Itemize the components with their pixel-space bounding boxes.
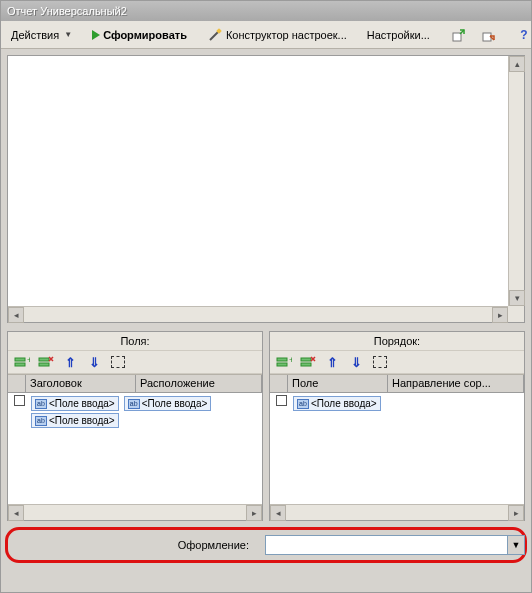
scroll-down-icon[interactable]: ▾ (509, 290, 525, 306)
arrow-down-icon: ⇓ (351, 355, 362, 370)
settings-label: Настройки... (367, 29, 430, 41)
arrow-up-icon: ⇑ (327, 355, 338, 370)
horizontal-scrollbar[interactable]: ◂ ▸ (8, 306, 508, 322)
title-column[interactable]: Заголовок (26, 375, 136, 392)
delete-button[interactable] (298, 352, 318, 372)
checkbox[interactable] (14, 395, 25, 406)
report-window: Отчет Универсальный2 Действия ▼ Сформиро… (0, 0, 532, 593)
constructor-label: Конструктор настроек... (226, 29, 347, 41)
order-toolbar: + ⇑ ⇓ (270, 350, 524, 374)
scroll-left-icon[interactable]: ◂ (270, 505, 286, 521)
field-token[interactable]: ab<Поле ввода> (31, 396, 119, 411)
field-icon: ab (297, 399, 309, 409)
wand-icon (207, 27, 223, 43)
move-down-button[interactable]: ⇓ (346, 352, 366, 372)
order-hscroll[interactable]: ◂ ▸ (270, 504, 524, 520)
arrow-down-icon: ⇓ (89, 355, 100, 370)
field-token[interactable]: ab<Поле ввода> (293, 396, 381, 411)
scroll-left-icon[interactable]: ◂ (8, 307, 24, 323)
svg-text:+: + (289, 355, 292, 365)
table-row[interactable]: ab<Поле ввода> (270, 393, 524, 414)
chevron-down-icon: ▼ (512, 540, 521, 550)
svg-text:+: + (27, 355, 30, 365)
select-button[interactable] (108, 352, 128, 372)
svg-rect-3 (483, 33, 491, 41)
field-column[interactable]: Поле (288, 375, 388, 392)
generate-button[interactable]: Сформировать (86, 24, 193, 46)
svg-rect-7 (39, 358, 49, 361)
move-down-button[interactable]: ⇓ (84, 352, 104, 372)
row-checkbox-cell[interactable] (272, 395, 290, 406)
scroll-right-icon[interactable]: ▸ (246, 505, 262, 521)
order-panel-title: Порядок: (270, 332, 524, 350)
window-title: Отчет Универсальный2 (7, 5, 127, 17)
actions-label: Действия (11, 29, 59, 41)
add-button[interactable]: + (274, 352, 294, 372)
svg-rect-10 (277, 363, 287, 366)
arrow-up-icon: ⇑ (65, 355, 76, 370)
check-column[interactable] (270, 375, 288, 392)
preview-area: ▴ ▾ ◂ ▸ (7, 55, 525, 323)
select-button[interactable] (370, 352, 390, 372)
order-panel: Порядок: + ⇑ ⇓ Поле Напра (269, 331, 525, 521)
field-token[interactable]: ab<Поле ввода> (31, 413, 119, 428)
order-grid[interactable]: Поле Направление сор... ab<Поле ввода> (270, 374, 524, 504)
table-row[interactable]: ab<Поле ввода> ab<Поле ввода> ab<Поле вв… (8, 393, 262, 431)
svg-rect-12 (301, 358, 311, 361)
selection-icon (111, 356, 125, 368)
chevron-down-icon: ▼ (64, 30, 72, 39)
fields-panel: Поля: + ⇑ ⇓ Заголовок Рас (7, 331, 263, 521)
row-checkbox-cell[interactable] (10, 395, 28, 406)
svg-rect-2 (453, 33, 461, 41)
settings-button[interactable]: Настройки... (361, 24, 436, 46)
delete-button[interactable] (36, 352, 56, 372)
move-up-button[interactable]: ⇑ (60, 352, 80, 372)
direction-column[interactable]: Направление сор... (388, 375, 524, 392)
play-icon (92, 30, 100, 40)
order-grid-header: Поле Направление сор... (270, 375, 524, 393)
load-icon (450, 27, 466, 43)
svg-line-0 (210, 32, 218, 40)
fields-toolbar: + ⇑ ⇓ (8, 350, 262, 374)
scroll-left-icon[interactable]: ◂ (8, 505, 24, 521)
help-icon: ? (516, 27, 532, 43)
fields-grid-header: Заголовок Расположение (8, 375, 262, 393)
field-icon: ab (128, 399, 140, 409)
title-bar: Отчет Универсальный2 (1, 1, 531, 21)
fields-grid[interactable]: Заголовок Расположение ab<Поле ввода> ab… (8, 374, 262, 504)
delete-row-icon (38, 355, 54, 369)
svg-rect-4 (15, 358, 25, 361)
save-icon (480, 27, 496, 43)
appearance-row: Оформление: ▼ (7, 531, 525, 559)
delete-row-icon (300, 355, 316, 369)
field-token[interactable]: ab<Поле ввода> (124, 396, 212, 411)
svg-rect-13 (301, 363, 311, 366)
scroll-corner (508, 306, 524, 322)
actions-menu[interactable]: Действия ▼ (5, 24, 78, 46)
add-button[interactable]: + (12, 352, 32, 372)
scroll-up-icon[interactable]: ▴ (509, 56, 525, 72)
check-column[interactable] (8, 375, 26, 392)
move-up-button[interactable]: ⇑ (322, 352, 342, 372)
svg-rect-8 (39, 363, 49, 366)
appearance-label: Оформление: (7, 539, 257, 551)
field-icon: ab (35, 399, 47, 409)
scroll-right-icon[interactable]: ▸ (508, 505, 524, 521)
help-button[interactable]: ? (510, 24, 532, 46)
load-settings-button[interactable] (444, 24, 472, 46)
svg-rect-5 (15, 363, 25, 366)
layout-column[interactable]: Расположение (136, 375, 262, 392)
appearance-combo[interactable]: ▼ (265, 535, 525, 555)
add-row-icon: + (14, 355, 30, 369)
field-icon: ab (35, 416, 47, 426)
vertical-scrollbar[interactable]: ▴ ▾ (508, 56, 524, 306)
fields-panel-title: Поля: (8, 332, 262, 350)
combo-dropdown-button[interactable]: ▼ (507, 536, 524, 554)
save-settings-button[interactable] (474, 24, 502, 46)
constructor-button[interactable]: Конструктор настроек... (201, 24, 353, 46)
body: ▴ ▾ ◂ ▸ Поля: + ⇑ (1, 49, 531, 592)
scroll-right-icon[interactable]: ▸ (492, 307, 508, 323)
main-toolbar: Действия ▼ Сформировать Конструктор наст… (1, 21, 531, 49)
checkbox[interactable] (276, 395, 287, 406)
fields-hscroll[interactable]: ◂ ▸ (8, 504, 262, 520)
